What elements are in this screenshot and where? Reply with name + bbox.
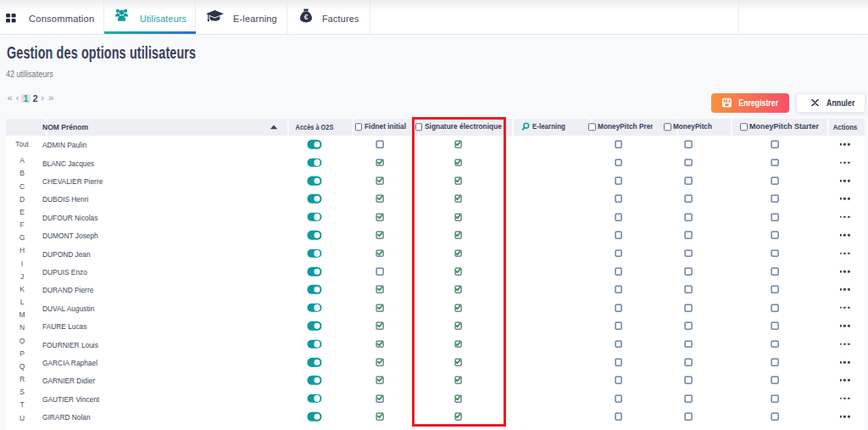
svg-text:€: € — [304, 13, 309, 21]
